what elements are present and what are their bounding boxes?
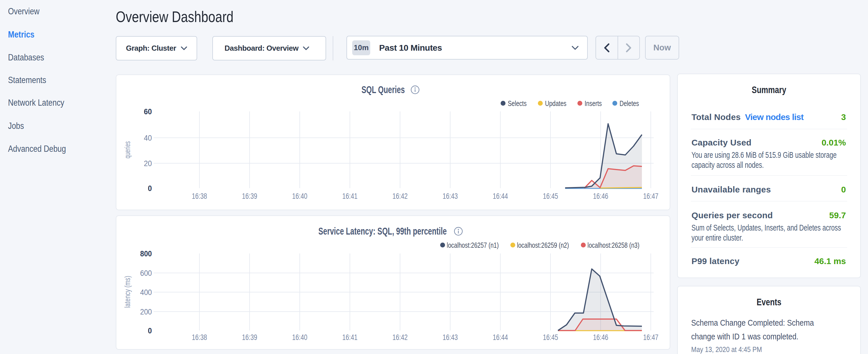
svg-text:16:43: 16:43	[443, 192, 458, 200]
svg-text:16:38: 16:38	[192, 192, 207, 200]
svg-text:16:40: 16:40	[292, 333, 308, 342]
svg-text:16:42: 16:42	[393, 192, 408, 200]
svg-text:16:46: 16:46	[593, 333, 608, 342]
svg-text:60: 60	[144, 107, 152, 116]
svg-text:600: 600	[140, 269, 152, 278]
svg-text:16:46: 16:46	[593, 192, 608, 200]
svg-text:16:47: 16:47	[643, 192, 658, 200]
svg-text:0: 0	[148, 326, 152, 335]
svg-text:16:42: 16:42	[393, 333, 408, 342]
svg-text:16:47: 16:47	[643, 333, 658, 342]
svg-text:200: 200	[140, 307, 152, 316]
svg-text:16:40: 16:40	[292, 192, 308, 200]
svg-text:800: 800	[140, 249, 152, 258]
svg-text:queries: queries	[123, 141, 132, 158]
svg-text:40: 40	[144, 133, 152, 142]
svg-text:16:45: 16:45	[543, 333, 558, 342]
svg-text:16:45: 16:45	[543, 192, 558, 200]
svg-text:16:41: 16:41	[342, 333, 358, 342]
svg-text:16:38: 16:38	[192, 333, 207, 342]
svg-text:400: 400	[140, 288, 152, 297]
svg-text:16:41: 16:41	[342, 192, 358, 200]
svg-text:latency (ms): latency (ms)	[123, 276, 132, 308]
svg-text:20: 20	[144, 159, 152, 168]
svg-text:16:44: 16:44	[493, 192, 508, 200]
svg-text:16:39: 16:39	[242, 192, 257, 200]
svg-text:16:39: 16:39	[242, 333, 257, 342]
svg-text:0: 0	[148, 184, 152, 193]
svg-text:16:43: 16:43	[443, 333, 458, 342]
svg-text:16:44: 16:44	[493, 333, 508, 342]
